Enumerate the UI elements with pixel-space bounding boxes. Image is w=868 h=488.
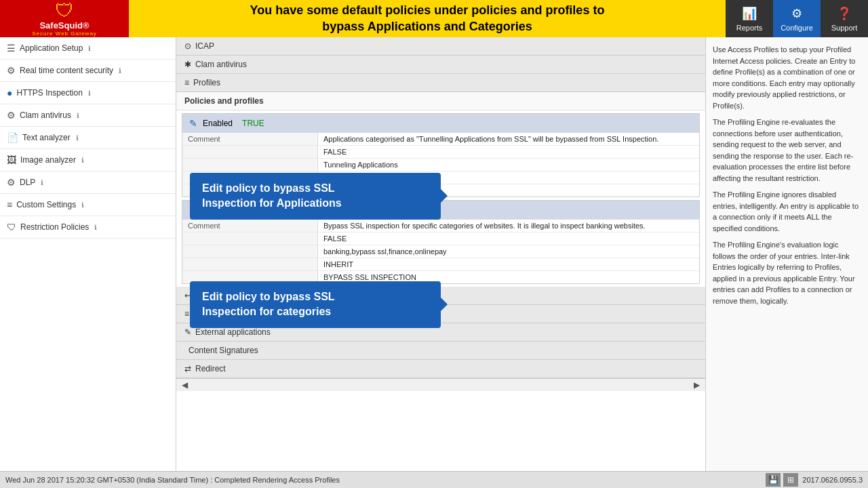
banner-area: You have some default policies under pol…: [129, 0, 726, 37]
policy-row-categories-2: banking,bypass ssl,finance,onlinepay: [182, 245, 699, 258]
scroll-right[interactable]: ▶: [694, 380, 700, 390]
info-icon-4: ℹ: [76, 134, 79, 142]
configure-icon: ⚙: [791, 6, 802, 21]
sidebar-item-custom-settings[interactable]: ≡ Custom Settings ℹ: [0, 194, 176, 216]
logo-tagline: Secure Web Gateway: [32, 30, 97, 37]
policy-val-comment-1: Applications categorised as "Tunnelling …: [318, 133, 699, 145]
redirect-icon: ⇄: [184, 364, 191, 373]
support-button[interactable]: ❓ Support: [821, 0, 868, 37]
policy-enabled-value-1: TRUE: [242, 119, 264, 128]
support-icon: ❓: [837, 6, 852, 21]
scroll-hint: ◀ ▶: [176, 378, 705, 391]
policy-key-false-2: [182, 232, 318, 245]
sidebar: ☰ Application Setup ℹ ⚙ Real time conten…: [0, 37, 176, 471]
image-analyzer-icon: 🖼: [7, 155, 16, 165]
clam-antivirus-icon: ✱: [184, 60, 191, 69]
sidebar-item-realtime[interactable]: ⚙ Real time content security ℹ: [0, 60, 176, 82]
sidebar-item-restriction-policies[interactable]: 🛡 Restriction Policies ℹ: [0, 216, 176, 239]
sidebar-item-text-analyzer[interactable]: 📄 Text analyzer ℹ: [0, 127, 176, 149]
version-text: 2017.0626.0955.3: [802, 476, 863, 484]
sidebar-item-image-analyzer[interactable]: 🖼 Image analyzer ℹ: [0, 149, 176, 171]
dlp-icon: ⚙: [7, 177, 16, 188]
info-icon-6: ℹ: [41, 179, 43, 186]
policy-row-tunneling-1: Tunneling Applications: [182, 159, 699, 171]
section-clam[interactable]: ✱ Clam antivirus: [176, 56, 705, 74]
status-text: Wed Jun 28 2017 15:20:32 GMT+0530 (India…: [5, 476, 340, 484]
policy-enabled-label-1: Enabled: [203, 119, 233, 128]
policy-key-comment-2: Comment: [182, 220, 318, 232]
reports-icon: 📊: [742, 6, 757, 21]
policy-val-tunneling-1: Tunneling Applications: [318, 159, 699, 171]
policy-key-tunneling-1: [182, 159, 318, 171]
policy-val-inherit-2: INHERIT: [318, 258, 699, 270]
text-analyzer-icon: 📄: [7, 132, 18, 143]
policy-val-false-1: FALSE: [318, 146, 699, 158]
policy-key-false-1: [182, 146, 318, 158]
nav-buttons: 📊 Reports ⚙ Configure ❓ Support: [726, 0, 868, 37]
status-bar: Wed Jun 28 2017 15:20:32 GMT+0530 (India…: [0, 471, 868, 488]
policy-row-false-1: FALSE: [182, 146, 699, 159]
configure-button[interactable]: ⚙ Configure: [773, 0, 821, 37]
tooltip-categories: Edit policy to bypass SSL Inspection for…: [190, 281, 441, 328]
main-layout: ☰ Application Setup ℹ ⚙ Real time conten…: [0, 37, 868, 471]
status-icons: 💾 ⊞: [766, 473, 798, 487]
policy-key-categories-2: [182, 245, 318, 258]
info-icon-8: ℹ: [94, 224, 97, 231]
content-area: ⊙ ICAP ✱ Clam antivirus ≡ Profiles Polic…: [176, 37, 705, 471]
realtime-icon: ⚙: [7, 65, 16, 76]
policy-header-1: ✎ Enabled TRUE: [182, 114, 699, 133]
profiles-icon: ≡: [184, 78, 189, 87]
status-save-button[interactable]: 💾: [766, 473, 781, 487]
right-panel-p2: The Profiling Engine re-evaluates the co…: [713, 117, 861, 184]
logo-name: SafeSquid®: [39, 20, 89, 30]
info-icon-1: ℹ: [119, 67, 121, 75]
icap-icon: ⊙: [184, 41, 191, 51]
right-panel-p3: The Profiling Engine ignores disabled en…: [713, 189, 861, 234]
logo-wrapper: 🛡 SafeSquid® Secure Web Gateway: [32, 1, 97, 37]
top-nav: 🛡 SafeSquid® Secure Web Gateway You have…: [0, 0, 868, 37]
info-icon-0: ℹ: [88, 45, 91, 52]
status-grid-button[interactable]: ⊞: [783, 473, 798, 487]
info-icon-2: ℹ: [88, 89, 91, 97]
section-profiles[interactable]: ≡ Profiles: [176, 74, 705, 92]
logo-area: 🛡 SafeSquid® Secure Web Gateway: [0, 0, 129, 37]
info-icon-5: ℹ: [81, 157, 84, 164]
right-panel: Use Access Profiles to setup your Profil…: [705, 37, 868, 471]
restriction-policies-icon: 🛡: [7, 222, 16, 232]
section-content-signatures[interactable]: Content Signatures: [176, 342, 705, 360]
sidebar-item-dlp[interactable]: ⚙ DLP ℹ: [0, 171, 176, 194]
info-icon-7: ℹ: [81, 201, 84, 209]
shield-icon: 🛡: [55, 1, 74, 20]
application-signatures-icon: ≡: [184, 309, 189, 319]
tooltip-applications: Edit policy to bypass SSL Inspection for…: [190, 173, 441, 220]
policy-row-false-2: FALSE: [182, 232, 699, 245]
right-panel-p4: The Profiling Engine's evaluation logic …: [713, 239, 861, 306]
clam-icon: ⚙: [7, 110, 16, 121]
right-panel-p1: Use Access Profiles to setup your Profil…: [713, 44, 861, 111]
custom-settings-icon: ≡: [7, 199, 12, 210]
policy-val-categories-2: banking,bypass ssl,finance,onlinepay: [318, 245, 699, 258]
status-right: 💾 ⊞ 2017.0626.0955.3: [766, 473, 863, 487]
policy-edit-button-1[interactable]: ✎: [188, 117, 199, 130]
info-icon-3: ℹ: [77, 112, 79, 119]
sidebar-item-https[interactable]: ● HTTPS Inspection ℹ: [0, 82, 176, 104]
policy-val-comment-2: Bypass SSL inspection for specific categ…: [318, 220, 699, 232]
section-redirect[interactable]: ⇄ Redirect: [176, 360, 705, 378]
scroll-left[interactable]: ◀: [182, 380, 188, 390]
application-setup-icon: ☰: [7, 43, 16, 54]
sidebar-item-clam[interactable]: ⚙ Clam antivirus ℹ: [0, 104, 176, 127]
policies-profiles-header: Policies and profiles: [176, 92, 705, 110]
external-applications-icon: ✎: [184, 327, 191, 337]
policy-row-inherit-2: INHERIT: [182, 258, 699, 271]
reports-button[interactable]: 📊 Reports: [726, 0, 773, 37]
banner-text: You have some default policies under pol…: [250, 3, 605, 35]
https-icon: ●: [7, 87, 12, 98]
policy-row-comment-2: Comment Bypass SSL inspection for specif…: [182, 220, 699, 232]
policy-key-inherit-2: [182, 258, 318, 270]
section-icap[interactable]: ⊙ ICAP: [176, 37, 705, 56]
policy-row-comment-1: Comment Applications categorised as "Tun…: [182, 133, 699, 146]
policy-key-comment-1: Comment: [182, 133, 318, 145]
policy-val-false-2: FALSE: [318, 232, 699, 245]
sidebar-item-application-setup[interactable]: ☰ Application Setup ℹ: [0, 37, 176, 60]
